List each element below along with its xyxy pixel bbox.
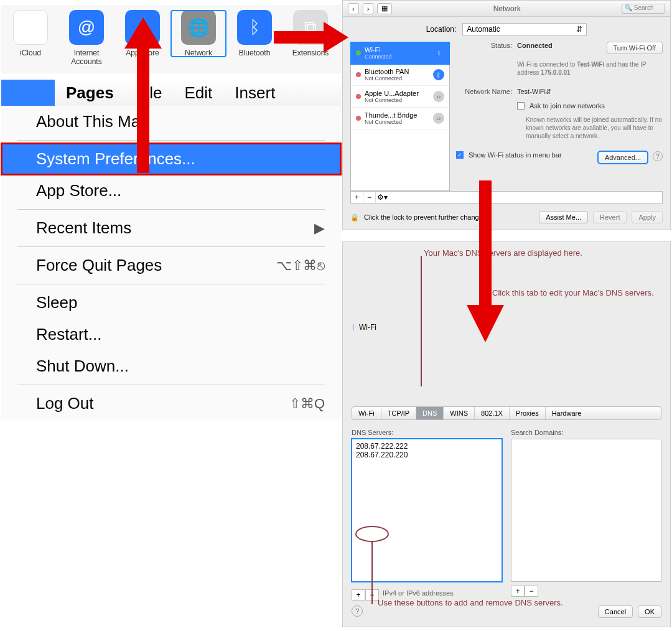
- extensions-icon: ⧉: [293, 10, 328, 45]
- appstore-icon: A: [125, 10, 160, 45]
- tab-wifi[interactable]: Wi-Fi: [352, 407, 381, 419]
- interface-actions-button[interactable]: ⚙▾: [376, 192, 388, 203]
- interface-detail: Status: Connected Turn Wi-Fi Off Wi-Fi i…: [456, 42, 663, 191]
- pref-appstore[interactable]: AApp Store: [114, 10, 170, 57]
- tab-hardware[interactable]: Hardware: [546, 407, 588, 419]
- ask-join-checkbox[interactable]: [517, 102, 525, 110]
- menu-app-store[interactable]: App Store...: [1, 175, 341, 207]
- menu-recent-items[interactable]: Recent Items▶: [1, 212, 341, 244]
- pref-network[interactable]: 🌐Network: [170, 10, 226, 57]
- ethernet-icon: ‹›: [433, 91, 444, 102]
- apple-menu: About This Mac System Preferences... App…: [1, 106, 341, 419]
- advanced-button[interactable]: Advanced...: [598, 151, 648, 164]
- dropdown-arrows-icon: ⇵: [576, 25, 582, 34]
- iface-wifi[interactable]: Wi-FiConnected⌇: [351, 42, 449, 64]
- help-button[interactable]: ?: [653, 151, 663, 161]
- turn-wifi-off-button[interactable]: Turn Wi-Fi Off: [607, 42, 663, 54]
- globe-icon: 🌐: [181, 10, 216, 45]
- annotation-oval-icon: [355, 526, 389, 542]
- annotation-top: Your Mac's DNS servers are displayed her…: [424, 248, 582, 259]
- dns-entry[interactable]: 208.67.222.222: [356, 442, 498, 451]
- ask-join-help: Known networks will be joined automatica…: [526, 116, 663, 140]
- domain-add-button[interactable]: +: [511, 586, 525, 597]
- annotation-tab: Click this tab to edit your Mac's DNS se…: [492, 288, 654, 299]
- assist-me-button[interactable]: Assist Me...: [539, 211, 588, 223]
- search-field[interactable]: 🔍 Search: [622, 4, 665, 14]
- grid-button[interactable]: ▦: [377, 3, 392, 14]
- bluetooth-icon: ᛒ: [433, 69, 444, 80]
- add-interface-button[interactable]: +: [351, 192, 363, 203]
- help-button[interactable]: ?: [352, 605, 363, 617]
- pref-extensions[interactable]: ⧉Extensions: [282, 10, 338, 57]
- status-dot-icon: [356, 116, 361, 121]
- menubar-insert[interactable]: Insert: [223, 83, 286, 103]
- cloud-icon: ☁: [13, 10, 48, 45]
- cancel-button[interactable]: Cancel: [598, 605, 633, 618]
- location-label: Location:: [426, 25, 457, 34]
- status-dot-icon: [356, 94, 361, 99]
- annotation-bottom: Use these buttons to add and remove DNS …: [378, 598, 563, 609]
- status-value: Connected: [517, 42, 553, 49]
- revert-button[interactable]: Revert: [593, 211, 627, 223]
- remove-interface-button[interactable]: −: [363, 192, 376, 203]
- pref-internet-accounts[interactable]: @Internet Accounts: [58, 10, 114, 66]
- window-title: Network: [396, 4, 618, 13]
- lock-icon[interactable]: 🔒: [350, 213, 359, 222]
- tab-8021x[interactable]: 802.1X: [475, 407, 510, 419]
- menu-force-quit[interactable]: Force Quit Pages⌥⇧⌘⎋: [1, 250, 341, 281]
- dns-window: Your Mac's DNS servers are displayed her…: [342, 241, 671, 627]
- menubar-file[interactable]: File: [125, 83, 174, 103]
- dns-servers-box: DNS Servers: 208.67.222.222 208.67.220.2…: [352, 429, 502, 601]
- back-button[interactable]: ‹: [348, 3, 359, 14]
- search-domains-list[interactable]: [511, 439, 661, 582]
- dns-tabs: Wi-Fi TCP/IP DNS WINS 802.1X Proxies Har…: [352, 406, 661, 420]
- location-row: Location: Automatic⇵: [343, 17, 670, 42]
- netname-label: Network Name:: [456, 88, 512, 95]
- tab-tcpip[interactable]: TCP/IP: [381, 407, 416, 419]
- dropdown-arrows-icon: ⇵: [546, 88, 551, 95]
- iface-usb-adapter[interactable]: Apple U...AdapterNot Connected‹›: [351, 86, 449, 108]
- syspref-icons-row: ☁iCloud @Internet Accounts AApp Store 🌐N…: [1, 5, 341, 73]
- domain-remove-button[interactable]: −: [525, 586, 538, 597]
- wifi-icon: ⌇: [352, 323, 355, 332]
- tab-wins[interactable]: WINS: [444, 407, 475, 419]
- network-toolbar: ‹ › ▦ Network 🔍 Search: [343, 1, 670, 17]
- pref-bluetooth[interactable]: ᛒBluetooth: [226, 10, 282, 57]
- wifi-icon: ⌇: [433, 47, 444, 58]
- annotation-line-icon: [421, 256, 422, 386]
- status-dot-icon: [356, 72, 361, 77]
- network-name-select[interactable]: Test-WiFi⇵: [517, 88, 663, 96]
- location-select[interactable]: Automatic⇵: [462, 23, 587, 35]
- search-domains-box: Search Domains: +−: [511, 429, 661, 601]
- show-status-checkbox[interactable]: ✓: [456, 151, 464, 159]
- menu-log-out[interactable]: Log Out⇧⌘Q: [1, 388, 341, 419]
- menubar-edit[interactable]: Edit: [174, 83, 224, 103]
- status-help: Wi-Fi is connected to Test-WiFi and has …: [517, 60, 663, 77]
- interfaces-list: Wi-FiConnected⌇ Bluetooth PANNot Connect…: [350, 42, 450, 191]
- menu-system-preferences[interactable]: System Preferences...: [1, 143, 341, 175]
- dns-entry[interactable]: 208.67.220.220: [356, 451, 498, 459]
- iface-thunderbolt[interactable]: Thunde...t BridgeNot Connected‹›: [351, 108, 449, 129]
- menu-shut-down[interactable]: Shut Down...: [1, 350, 341, 382]
- menubar: Pages File Edit Insert: [1, 80, 341, 106]
- menu-about[interactable]: About This Mac: [1, 106, 341, 138]
- dns-add-button[interactable]: +: [352, 589, 365, 601]
- apply-button[interactable]: Apply: [632, 211, 663, 223]
- iface-btpan[interactable]: Bluetooth PANNot Connectedᛒ: [351, 64, 449, 86]
- interface-add-remove: +−⚙▾: [350, 191, 663, 203]
- tab-dns[interactable]: DNS: [416, 407, 444, 419]
- annotation-line-icon: [371, 542, 373, 604]
- menubar-app[interactable]: Pages: [55, 83, 125, 103]
- at-icon: @: [69, 10, 104, 45]
- tab-proxies[interactable]: Proxies: [510, 407, 546, 419]
- menu-restart[interactable]: Restart...: [1, 319, 341, 350]
- ok-button[interactable]: OK: [638, 605, 661, 618]
- status-dot-icon: [356, 50, 361, 55]
- network-window: ‹ › ▦ Network 🔍 Search Location: Automat…: [342, 0, 671, 230]
- pref-icloud[interactable]: ☁iCloud: [2, 10, 58, 57]
- status-label: Status:: [456, 42, 512, 49]
- dns-servers-list[interactable]: 208.67.222.222 208.67.220.220: [352, 439, 502, 582]
- apple-menu-button[interactable]: [1, 80, 55, 106]
- forward-button[interactable]: ›: [363, 3, 374, 14]
- menu-sleep[interactable]: Sleep: [1, 287, 341, 319]
